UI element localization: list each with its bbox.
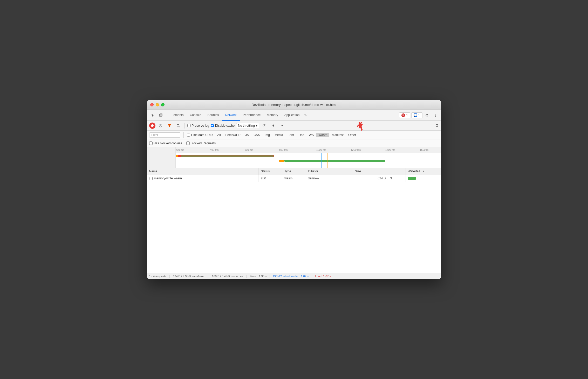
filter-media[interactable]: Media [272,133,285,137]
blocked-requests-input[interactable] [186,141,190,145]
svg-point-2 [177,124,179,126]
svg-rect-9 [281,127,283,127]
marker-600ms: 600 ms [244,148,253,151]
disable-cache-checkbox[interactable]: Disable cache [211,124,235,127]
svg-marker-4 [272,124,274,126]
marker-1600ms: 1600 m [420,148,428,151]
download-icon[interactable] [278,122,286,129]
stop-icon[interactable]: ⊘ [157,122,164,129]
svg-rect-6 [272,127,275,127]
cell-time: 3... [388,175,406,182]
tab-overflow-button[interactable]: » [303,113,308,118]
wifi-icon[interactable] [261,122,268,129]
timeline-bar-green-1 [181,155,274,157]
col-header-name[interactable]: Name [147,168,259,175]
filter-fetch-xhr[interactable]: Fetch/XHR [223,133,243,137]
filter-all[interactable]: All [215,133,223,137]
error-badge-button[interactable]: ✕ 1 [399,112,410,118]
close-button[interactable] [150,103,154,106]
preserve-log-checkbox[interactable]: Preserve log [187,124,209,127]
settings-gear-icon[interactable]: ⚙ [423,112,431,119]
status-dom-loaded: DOMContentLoaded: 1.02 s [270,275,312,278]
network-settings-icon[interactable]: ⚙ [435,123,439,128]
preserve-log-input[interactable] [187,124,191,127]
hide-data-urls-input[interactable] [187,133,190,137]
arrow-annotation [353,122,363,130]
network-table-container: Name Status Type Initiator Size [147,168,441,182]
col-header-waterfall[interactable]: Waterfall ▲ [406,168,441,175]
filter-font[interactable]: Font [286,133,296,137]
maximize-button[interactable] [161,103,165,106]
filter-input[interactable] [149,132,180,138]
timeline-vline-blue [322,153,322,168]
filter-js[interactable]: JS [243,133,251,137]
tab-sources[interactable]: Sources [204,110,222,121]
status-transferred: 624 B / 9.9 kB transferred [170,275,209,278]
layers-icon[interactable] [157,112,164,119]
blocked-cookies-input[interactable] [149,141,153,145]
waterfall-bar [408,177,416,180]
tab-bar: Elements Console Sources Network Perform… [168,110,399,121]
timeline-container: 200 ms 400 ms 600 ms 800 ms 1000 ms 1200… [147,147,441,168]
filter-doc[interactable]: Doc [297,133,306,137]
filter-img[interactable]: Img [263,133,272,137]
filter-manifest[interactable]: Manifest [330,133,346,137]
tab-elements[interactable]: Elements [168,110,187,121]
col-header-time[interactable]: T... [388,168,406,175]
tab-application[interactable]: Application [281,110,303,121]
timeline-scale: 200 ms 400 ms 600 ms 800 ms 1000 ms 1200… [176,147,441,168]
status-bar: 1 / 4 requests 624 B / 9.9 kB transferre… [147,273,441,279]
svg-line-3 [179,126,180,127]
timeline-bar-green-2 [284,160,385,162]
filter-icon[interactable] [166,122,173,129]
cell-initiator: demo-w... [306,175,353,182]
status-resources: 160 B / 8.4 kB resources [209,275,247,278]
title-bar: DevTools - memory-inspector.glitch.me/de… [147,100,441,110]
record-button[interactable] [149,123,155,129]
upload-icon[interactable] [270,122,277,129]
filter-ws[interactable]: WS [307,133,316,137]
devtools-window: DevTools - memory-inspector.glitch.me/de… [147,100,441,279]
filter-bar: Hide data URLs All Fetch/XHR JS CSS Img … [147,131,441,139]
col-header-type[interactable]: Type [282,168,306,175]
cell-size: 624 B [353,175,388,182]
more-options-icon[interactable]: ⋮ [432,112,439,119]
error-icon: ✕ [401,113,405,117]
throttle-select[interactable]: No throttling ▾ [236,123,259,128]
col-header-initiator[interactable]: Initiator [306,168,353,175]
tab-network[interactable]: Network [222,110,240,121]
row-checkbox[interactable] [149,177,153,180]
cursor-icon[interactable] [149,112,156,119]
filter-wasm[interactable]: Wasm [316,133,329,137]
info-icon: 💬 [414,113,417,117]
error-count: 1 [406,113,408,117]
filter-other[interactable]: Other [346,133,358,137]
tab-performance[interactable]: Performance [240,110,264,121]
col-header-size[interactable]: Size [353,168,388,175]
toolbar-right: ✕ 1 💬 1 ⚙ ⋮ [399,112,439,119]
minimize-button[interactable] [156,103,159,106]
info-badge-button[interactable]: 💬 1 [411,112,422,118]
waterfall-vlines [434,175,439,182]
table-row[interactable]: memory-write.wasm 200 wasm demo-w... [147,175,441,182]
cell-status: 200 [259,175,282,182]
table-body: memory-write.wasm 200 wasm demo-w... [147,175,441,182]
search-icon[interactable] [175,122,182,129]
blocked-cookies-checkbox[interactable]: Has blocked cookies [149,141,182,145]
blocked-requests-checkbox[interactable]: Blocked Requests [186,141,216,145]
record-icon [151,124,154,127]
timeline-header-row: 200 ms 400 ms 600 ms 800 ms 1000 ms 1200… [176,147,441,153]
hide-data-urls-checkbox[interactable]: Hide data URLs [187,133,213,137]
filter-css[interactable]: CSS [251,133,262,137]
tab-console[interactable]: Console [187,110,204,121]
cell-waterfall [406,175,441,182]
status-load: Load: 1.07 s [312,275,334,278]
marker-200ms: 200 ms [176,148,184,151]
tab-memory[interactable]: Memory [264,110,281,121]
timeline-label-col [147,147,176,168]
disable-cache-input[interactable] [211,124,214,127]
timeline-bar-orange-2 [279,160,284,162]
col-header-status[interactable]: Status [259,168,282,175]
network-table: Name Status Type Initiator Size [147,168,441,182]
toolbar-divider-2 [184,123,185,128]
